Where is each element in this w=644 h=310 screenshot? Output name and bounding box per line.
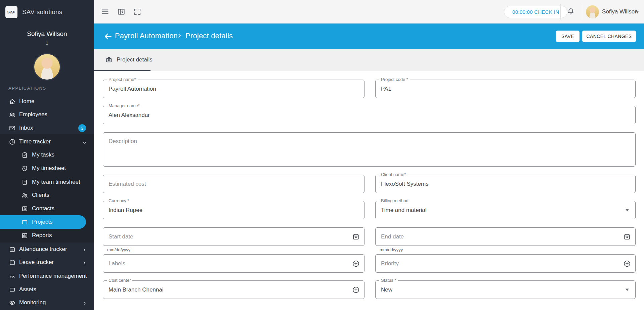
people-icon xyxy=(9,111,16,118)
manager-name-input[interactable] xyxy=(103,106,635,124)
client-name-input[interactable] xyxy=(376,175,635,193)
cost-center-label: Cost center xyxy=(107,278,132,283)
fullscreen-icon[interactable] xyxy=(133,7,142,16)
client-name-field: Client name* xyxy=(375,175,636,193)
sidebar-item-projects[interactable]: Projects xyxy=(0,215,94,229)
project-code-label: Project code * xyxy=(379,77,410,82)
tab-label: Project details xyxy=(117,56,153,63)
sidebar-item-home[interactable]: Home xyxy=(0,95,94,108)
applications-section-label: APPLICATIONS xyxy=(8,86,46,91)
sidebar-item-time-tracker[interactable]: Time tracker xyxy=(0,135,94,148)
app-window: SAV SAV solutions Sofiya Willson 1 APPLI… xyxy=(0,0,644,310)
calendar-icon xyxy=(9,259,16,266)
user-menu-chevron-down-icon[interactable] xyxy=(636,9,640,13)
bar-chart-icon xyxy=(21,232,28,239)
topbar-user-name[interactable]: Sofiya Willson xyxy=(602,8,638,15)
project-details-form: Project name* Project code * Manager nam… xyxy=(94,71,644,310)
add-circle-icon[interactable] xyxy=(352,286,360,294)
sidebar-item-employees[interactable]: Employees xyxy=(0,108,94,121)
sidebar-item-performance-management[interactable]: Performance management xyxy=(0,269,94,283)
sidebar-item-inbox[interactable]: Inbox 3 xyxy=(0,121,94,135)
document-icon xyxy=(21,179,28,186)
currency-input[interactable] xyxy=(103,201,364,219)
sidebar-user-subtitle: 1 xyxy=(0,40,94,46)
eye-icon xyxy=(9,299,16,306)
calendar-check-icon xyxy=(9,246,16,253)
sidebar-item-label: My team timesheet xyxy=(32,179,80,185)
end-date-input[interactable] xyxy=(376,228,635,246)
sidebar-item-label: Clients xyxy=(32,192,49,198)
brand: SAV SAV solutions xyxy=(0,5,94,19)
sidebar-item-my-timesheet[interactable]: My timesheet xyxy=(0,162,94,175)
sidebar-item-label: Time tracker xyxy=(19,138,51,145)
description-textarea[interactable] xyxy=(103,133,635,166)
project-code-input[interactable] xyxy=(376,80,635,98)
check-in-button[interactable]: 00:00:00 CHECK IN xyxy=(504,6,567,18)
currency-label: Currency * xyxy=(107,198,131,203)
dropdown-caret-icon[interactable] xyxy=(626,209,629,211)
priority-field xyxy=(375,254,636,273)
sidebar-item-contacts[interactable]: Contacts xyxy=(0,202,94,215)
start-date-cell: mm/dd/yyyy xyxy=(103,227,364,252)
brand-name: SAV solutions xyxy=(22,8,62,16)
billing-method-field: Billing method xyxy=(375,201,636,219)
briefcase-icon xyxy=(105,56,113,63)
priority-input[interactable] xyxy=(376,255,635,272)
topbar-user-avatar[interactable] xyxy=(586,5,599,18)
sidebar-item-monitoring[interactable]: Monitoring xyxy=(0,296,94,309)
topbar-divider xyxy=(582,4,582,19)
add-circle-icon[interactable] xyxy=(352,260,360,267)
project-name-label: Project name* xyxy=(107,77,138,82)
sidebar-item-clients[interactable]: Clients xyxy=(0,188,94,202)
status-select[interactable] xyxy=(376,281,635,299)
estimated-cost-input[interactable] xyxy=(103,175,364,193)
sidebar-item-label: Performance management xyxy=(19,273,87,279)
client-name-label: Client name* xyxy=(379,172,407,177)
sidebar-item-my-tasks[interactable]: My tasks xyxy=(0,148,94,162)
mail-icon xyxy=(9,125,16,132)
sidebar-item-label: My timesheet xyxy=(32,165,66,172)
dropdown-caret-icon[interactable] xyxy=(626,289,629,291)
people-icon xyxy=(21,192,28,199)
hamburger-menu-icon[interactable] xyxy=(101,7,110,16)
sidebar-item-attendance-tracker[interactable]: Attendance tracker xyxy=(0,242,94,256)
sidebar-item-reports[interactable]: Reports xyxy=(0,229,94,242)
date-format-helper: mm/dd/yyyy xyxy=(107,247,364,252)
topbar: 00:00:00 CHECK IN Sofiya Willson xyxy=(94,0,644,24)
sidebar-item-label: My tasks xyxy=(32,151,54,158)
save-button[interactable]: SAVE xyxy=(556,31,579,42)
sidebar-item-label: Employees xyxy=(19,111,47,118)
sidebar-item-label: Attendance tracker xyxy=(19,246,67,253)
tab-strip: Project details xyxy=(94,49,644,71)
start-date-input[interactable] xyxy=(103,228,364,246)
calendar-picker-icon[interactable] xyxy=(352,233,360,240)
cost-center-input[interactable] xyxy=(103,281,364,299)
sidebar-item-label: Inbox xyxy=(19,125,33,131)
cancel-changes-button[interactable]: CANCEL CHANGES xyxy=(582,31,636,42)
sidebar-item-label: Monitoring xyxy=(19,299,46,306)
sidebar-item-label: Assets xyxy=(19,286,36,293)
sidebar-item-label: Home xyxy=(19,98,34,105)
chevron-right-icon xyxy=(82,247,87,252)
topbar-divider xyxy=(560,4,561,19)
calendar-picker-icon[interactable] xyxy=(623,233,631,240)
sidebar-user-avatar[interactable] xyxy=(33,53,61,81)
currency-field: Currency * xyxy=(103,201,364,219)
add-circle-icon[interactable] xyxy=(623,260,631,267)
rectangle-icon xyxy=(9,286,16,293)
breadcrumb-current: Project details xyxy=(185,32,233,40)
chevron-right-icon xyxy=(82,301,87,305)
billing-method-select[interactable] xyxy=(376,201,635,219)
project-name-input[interactable] xyxy=(103,80,364,98)
sidebar-item-leave-tracker[interactable]: Leave tracker xyxy=(0,256,94,269)
back-arrow-icon[interactable] xyxy=(103,32,113,41)
labels-input[interactable] xyxy=(103,255,364,272)
sidebar-item-label: Projects xyxy=(32,219,52,225)
breadcrumb-parent[interactable]: Payroll Automation xyxy=(115,32,178,40)
collapse-panel-icon[interactable] xyxy=(117,7,126,16)
sidebar-item-my-team-timesheet[interactable]: My team timesheet xyxy=(0,175,94,189)
tab-project-details[interactable]: Project details xyxy=(94,49,151,71)
sidebar-item-assets[interactable]: Assets xyxy=(0,283,94,296)
chevron-right-icon xyxy=(82,260,87,265)
notifications-bell-icon[interactable] xyxy=(566,7,575,16)
